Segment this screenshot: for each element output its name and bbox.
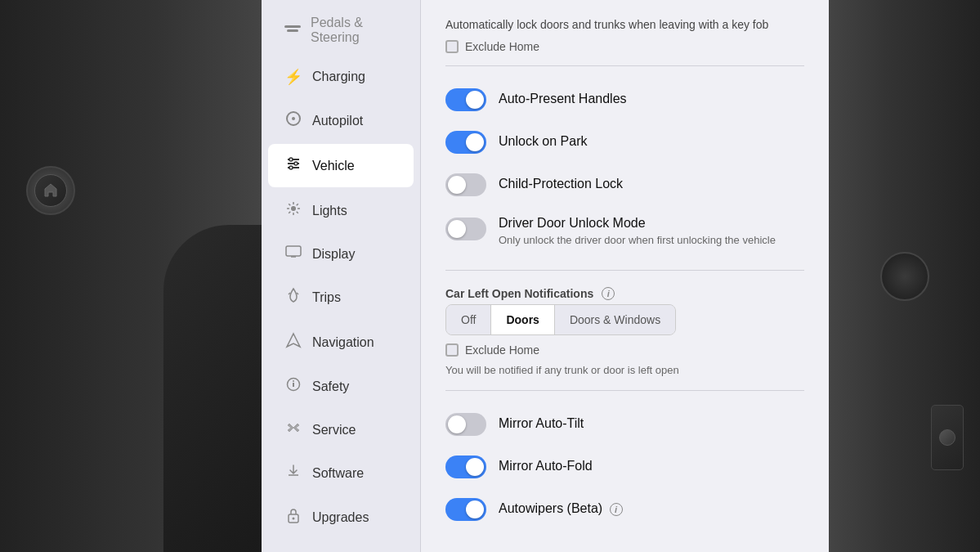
main-content: Automatically lock doors and trunks when… xyxy=(421,0,829,552)
divider-3 xyxy=(445,390,804,391)
svg-line-16 xyxy=(297,212,298,213)
child-protection-lock-toggle[interactable] xyxy=(445,173,486,196)
navigation-icon xyxy=(284,332,302,352)
autowipers-info-icon[interactable]: i xyxy=(610,503,623,516)
sidebar-item-service[interactable]: Service xyxy=(268,409,414,451)
sidebar-item-pedals-steering[interactable]: Pedals & Steering xyxy=(268,6,414,55)
sidebar-label-navigation: Navigation xyxy=(312,335,374,350)
mirror-auto-tilt-row: Mirror Auto-Tilt xyxy=(445,403,804,446)
mirror-auto-fold-row: Mirror Auto-Fold xyxy=(445,446,804,488)
mirror-auto-fold-toggle[interactable] xyxy=(445,456,486,478)
svg-point-26 xyxy=(293,380,294,382)
sidebar-label-service: Service xyxy=(312,423,356,438)
car-left-open-info-icon[interactable]: i xyxy=(602,287,615,300)
unlock-on-park-label: Unlock on Park xyxy=(499,134,588,149)
svg-point-29 xyxy=(293,518,295,520)
driver-door-unlock-description: Only unlock the driver door when first u… xyxy=(499,233,776,248)
sidebar-label-vehicle: Vehicle xyxy=(312,159,355,173)
segment-doors-button[interactable]: Doors xyxy=(490,305,553,334)
exclude-home-top-label: Exclude Home xyxy=(465,40,539,53)
svg-line-18 xyxy=(289,212,290,213)
svg-point-9 xyxy=(289,166,293,169)
sidebar-item-upgrades[interactable]: Upgrades xyxy=(268,496,414,539)
sidebar-item-vehicle[interactable]: Vehicle xyxy=(268,144,414,187)
sidebar-label-pedals-steering: Pedals & Steering xyxy=(311,16,397,45)
safety-icon xyxy=(284,377,302,396)
exclude-home-top-checkbox[interactable] xyxy=(445,40,459,53)
driver-door-unlock-label: Driver Door Unlock Mode xyxy=(499,216,776,231)
mirror-auto-tilt-toggle[interactable] xyxy=(445,413,486,436)
segment-doors-windows-button[interactable]: Doors & Windows xyxy=(554,305,675,334)
autowipers-toggle[interactable] xyxy=(445,498,486,521)
sidebar: Pedals & Steering ⚡ Charging Autopilot xyxy=(262,0,421,552)
svg-rect-0 xyxy=(284,25,301,28)
charging-icon: ⚡ xyxy=(284,68,302,86)
sidebar-item-autopilot[interactable]: Autopilot xyxy=(268,99,414,142)
mirror-auto-tilt-label: Mirror Auto-Tilt xyxy=(499,416,584,431)
auto-present-handles-label: Auto-Present Handles xyxy=(499,92,627,106)
upgrades-icon xyxy=(284,507,302,527)
sidebar-label-autopilot: Autopilot xyxy=(312,114,363,128)
svg-marker-23 xyxy=(287,334,300,347)
divider-2 xyxy=(445,270,804,271)
svg-line-21 xyxy=(289,293,290,294)
car-left-open-title: Car Left Open Notifications xyxy=(445,287,593,300)
unlock-on-park-toggle[interactable] xyxy=(445,131,486,154)
service-icon xyxy=(284,420,302,439)
tesla-screen: Pedals & Steering ⚡ Charging Autopilot xyxy=(262,0,829,552)
sidebar-label-display: Display xyxy=(312,247,355,262)
sidebar-item-trips[interactable]: Trips xyxy=(268,276,414,319)
sidebar-item-software[interactable]: Software xyxy=(268,452,414,494)
auto-present-handles-row: Auto-Present Handles xyxy=(445,79,804,121)
unlock-on-park-row: Unlock on Park xyxy=(445,121,804,164)
driver-door-unlock-row: Driver Door Unlock Mode Only unlock the … xyxy=(445,206,804,258)
car-left-open-description: You will be notified if any trunk or doo… xyxy=(445,363,804,378)
sidebar-label-upgrades: Upgrades xyxy=(312,510,369,525)
autopilot-icon xyxy=(284,110,302,131)
svg-rect-19 xyxy=(286,246,301,256)
divider-1 xyxy=(445,65,804,66)
sidebar-item-charging[interactable]: ⚡ Charging xyxy=(268,56,414,97)
car-left-open-header: Car Left Open Notifications i xyxy=(445,287,804,300)
svg-point-7 xyxy=(289,158,293,161)
exclude-home-top-row: Exclude Home xyxy=(445,40,804,53)
sidebar-item-display[interactable]: Display xyxy=(268,234,414,274)
svg-point-8 xyxy=(294,162,298,165)
sidebar-label-charging: Charging xyxy=(312,70,365,84)
exclude-home-bottom-label: Exclude Home xyxy=(465,343,539,357)
display-icon xyxy=(284,245,302,263)
sidebar-label-software: Software xyxy=(312,466,364,481)
vehicle-icon xyxy=(284,155,302,176)
child-protection-lock-row: Child-Protection Lock xyxy=(445,164,804,206)
sidebar-item-navigation[interactable]: Navigation xyxy=(268,321,414,364)
pedals-icon xyxy=(284,22,301,39)
svg-line-15 xyxy=(289,204,290,205)
right-interior xyxy=(829,0,980,552)
car-left-open-segment-group: Off Doors Doors & Windows xyxy=(445,304,676,335)
sidebar-item-lights[interactable]: Lights xyxy=(268,189,414,232)
segment-off-button[interactable]: Off xyxy=(446,305,490,334)
svg-line-22 xyxy=(297,293,298,294)
svg-point-3 xyxy=(292,117,295,120)
exclude-home-bottom-checkbox[interactable] xyxy=(445,343,459,357)
left-interior xyxy=(0,0,262,552)
svg-line-17 xyxy=(297,204,298,205)
lights-icon xyxy=(284,200,302,221)
sidebar-label-lights: Lights xyxy=(312,204,347,218)
sidebar-label-trips: Trips xyxy=(312,290,341,305)
sidebar-item-safety[interactable]: Safety xyxy=(268,366,414,407)
sidebar-label-safety: Safety xyxy=(312,379,349,394)
trips-icon xyxy=(284,287,302,307)
auto-lock-description: Automatically lock doors and trunks when… xyxy=(445,16,804,34)
autowipers-text: Autowipers (Beta) xyxy=(499,501,602,515)
mirror-auto-fold-label: Mirror Auto-Fold xyxy=(499,459,593,473)
driver-door-unlock-toggle[interactable] xyxy=(445,218,486,240)
software-icon xyxy=(284,464,302,482)
exclude-home-bottom-row: Exclude Home xyxy=(445,343,804,357)
svg-rect-1 xyxy=(287,29,298,32)
auto-present-handles-toggle[interactable] xyxy=(445,88,486,111)
child-protection-lock-label: Child-Protection Lock xyxy=(499,177,623,191)
svg-point-10 xyxy=(291,206,296,211)
autowipers-label: Autowipers (Beta) i xyxy=(499,501,623,516)
autowipers-row: Autowipers (Beta) i xyxy=(445,488,804,531)
